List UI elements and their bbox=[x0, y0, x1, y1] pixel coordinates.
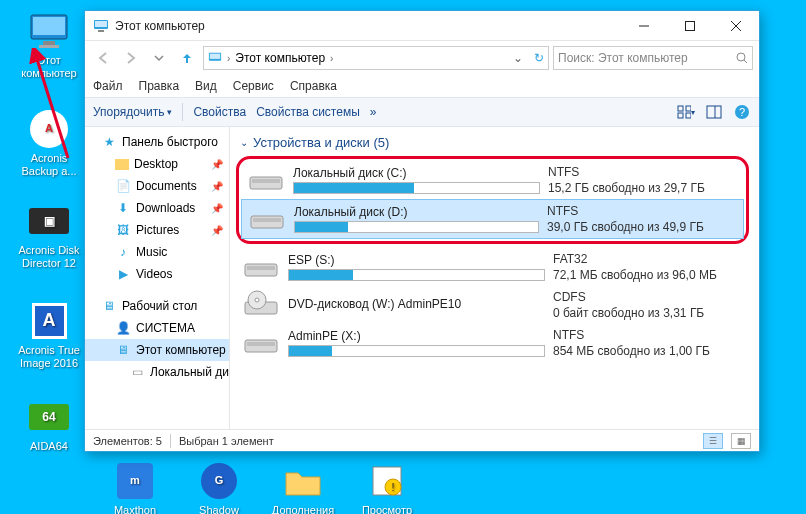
taskbar-icon-shadow-defender[interactable]: G Shadow Defender bbox=[182, 460, 256, 514]
svg-rect-1 bbox=[33, 17, 65, 35]
minimize-button[interactable] bbox=[621, 11, 667, 41]
drive-s[interactable]: ESP (S:) FAT32 72,1 МБ свободно из 96,0 … bbox=[236, 248, 749, 286]
computer-icon bbox=[93, 18, 109, 34]
view-icons-button[interactable]: ▾ bbox=[677, 103, 695, 121]
search-input[interactable]: Поиск: Этот компьютер bbox=[553, 46, 753, 70]
desktop-icon-acronis-disk[interactable]: ▣ Acronis Disk Director 12 bbox=[12, 200, 86, 270]
help-button[interactable]: ? bbox=[733, 103, 751, 121]
svg-rect-28 bbox=[252, 179, 280, 183]
status-bar: Элементов: 5 Выбран 1 элемент ☰ ▦ bbox=[85, 429, 759, 451]
drive-w[interactable]: DVD-дисковод (W:) AdminPE10 CDFS 0 байт … bbox=[236, 286, 749, 324]
filesystem-label: NTFS bbox=[553, 328, 743, 342]
sidebar-videos[interactable]: ▶Videos bbox=[85, 263, 229, 285]
music-icon: ♪ bbox=[115, 244, 131, 260]
window-title: Этот компьютер bbox=[115, 19, 205, 33]
drive-label: Локальный диск (C:) bbox=[293, 166, 540, 180]
free-space-label: 39,0 ГБ свободно из 49,9 ГБ bbox=[547, 220, 737, 234]
organize-button[interactable]: Упорядочить ▾ bbox=[93, 105, 172, 119]
explorer-window: Этот компьютер › Этот компьютер › ⌄ ↻ По… bbox=[84, 10, 760, 452]
navigation-pane[interactable]: ★Панель быстрого Desktop📌 📄Documents📌 ⬇D… bbox=[85, 127, 230, 429]
desktop-icon-acronis-true[interactable]: A Acronis True Image 2016 bbox=[12, 300, 86, 370]
group-header[interactable]: ⌄ Устройства и диски (5) bbox=[240, 135, 749, 150]
drive-label: ESP (S:) bbox=[288, 253, 545, 267]
dvd-icon bbox=[242, 290, 280, 320]
sidebar-desktop[interactable]: Desktop📌 bbox=[85, 153, 229, 175]
sidebar-user[interactable]: 👤СИСТЕМА bbox=[85, 317, 229, 339]
svg-rect-12 bbox=[686, 21, 695, 30]
filesystem-label: NTFS bbox=[547, 204, 737, 218]
icon-label: Acronis Disk Director 12 bbox=[12, 244, 86, 270]
menu-file[interactable]: Файл bbox=[93, 79, 123, 93]
nav-back-button[interactable] bbox=[91, 46, 115, 70]
acronis-icon: A bbox=[28, 108, 70, 150]
properties-button[interactable]: Свойства bbox=[193, 105, 246, 119]
desktop-icon-aida64[interactable]: 64 AIDA64 bbox=[12, 396, 86, 453]
sidebar-quick-access[interactable]: ★Панель быстрого bbox=[85, 131, 229, 153]
dropdown-icon[interactable]: ⌄ bbox=[513, 51, 523, 65]
hdd-icon bbox=[248, 204, 286, 234]
breadcrumb-item[interactable]: Этот компьютер bbox=[235, 51, 325, 65]
content-area[interactable]: ⌄ Устройства и диски (5) Локальный диск … bbox=[230, 127, 759, 429]
system-properties-button[interactable]: Свойства системы bbox=[256, 105, 360, 119]
menu-view[interactable]: Вид bbox=[195, 79, 217, 93]
svg-point-35 bbox=[255, 298, 259, 302]
menu-bar: Файл Правка Вид Сервис Справка bbox=[85, 75, 759, 97]
usage-bar bbox=[288, 345, 545, 357]
view-details-button[interactable]: ☰ bbox=[703, 433, 723, 449]
desktop-icon-acronis-backup[interactable]: A Acronis Backup a... bbox=[12, 108, 86, 178]
sidebar-local-disk[interactable]: ▭Локальный ди bbox=[85, 361, 229, 383]
chevron-right-icon: › bbox=[227, 53, 230, 64]
taskbar-icon-maxthon[interactable]: m Maxthon bbox=[98, 460, 172, 514]
icon-label: Просмотр журнала... bbox=[350, 504, 424, 514]
drive-label: DVD-дисковод (W:) AdminPE10 bbox=[288, 297, 545, 311]
sidebar-desktop-root[interactable]: 🖥Рабочий стол bbox=[85, 295, 229, 317]
breadcrumb-bar[interactable]: › Этот компьютер › ⌄ ↻ bbox=[203, 46, 549, 70]
drive-c[interactable]: Локальный диск (C:) NTFS 15,2 ГБ свободн… bbox=[241, 161, 744, 199]
view-tiles-button[interactable]: ▦ bbox=[731, 433, 751, 449]
menu-edit[interactable]: Правка bbox=[139, 79, 180, 93]
menu-help[interactable]: Справка bbox=[290, 79, 337, 93]
maxthon-icon: m bbox=[114, 460, 156, 502]
svg-rect-3 bbox=[39, 45, 59, 48]
hdd-icon bbox=[242, 328, 280, 358]
preview-pane-button[interactable] bbox=[705, 103, 723, 121]
folder-icon bbox=[282, 460, 324, 502]
svg-rect-32 bbox=[247, 266, 275, 270]
sidebar-music[interactable]: ♪Music bbox=[85, 241, 229, 263]
titlebar[interactable]: Этот компьютер bbox=[85, 11, 759, 41]
sidebar-documents[interactable]: 📄Documents📌 bbox=[85, 175, 229, 197]
sidebar-downloads[interactable]: ⬇Downloads📌 bbox=[85, 197, 229, 219]
star-icon: ★ bbox=[101, 134, 117, 150]
annotation-highlight: Локальный диск (C:) NTFS 15,2 ГБ свободн… bbox=[236, 156, 749, 244]
sidebar-this-pc[interactable]: 🖥Этот компьютер bbox=[85, 339, 229, 361]
status-element-count: Элементов: 5 bbox=[93, 435, 162, 447]
user-icon: 👤 bbox=[115, 320, 131, 336]
hdd-icon bbox=[242, 252, 280, 282]
hdd-icon bbox=[247, 165, 285, 195]
svg-text:!: ! bbox=[391, 481, 394, 493]
pin-icon: 📌 bbox=[211, 181, 223, 192]
drive-x[interactable]: AdminPE (X:) NTFS 854 МБ свободно из 1,0… bbox=[236, 324, 749, 362]
chevron-right-icon: › bbox=[330, 53, 333, 64]
desktop-icon-this-pc[interactable]: Этот компьютер bbox=[12, 10, 86, 80]
sidebar-pictures[interactable]: 🖼Pictures📌 bbox=[85, 219, 229, 241]
close-button[interactable] bbox=[713, 11, 759, 41]
icon-label: Acronis Backup a... bbox=[12, 152, 86, 178]
nav-history-button[interactable] bbox=[147, 46, 171, 70]
drive-d[interactable]: Локальный диск (D:) NTFS 39,0 ГБ свободн… bbox=[241, 199, 744, 239]
pin-icon: 📌 bbox=[211, 225, 223, 236]
refresh-icon[interactable]: ↻ bbox=[534, 51, 544, 65]
taskbar-icon-event-viewer[interactable]: ! Просмотр журнала... bbox=[350, 460, 424, 514]
usage-bar bbox=[293, 182, 540, 194]
taskbar-icon-additions[interactable]: Дополнения bbox=[266, 460, 340, 514]
icon-label: Maxthon bbox=[114, 504, 156, 514]
icon-label: AIDA64 bbox=[30, 440, 68, 453]
svg-text:?: ? bbox=[739, 106, 745, 118]
pin-icon: 📌 bbox=[211, 203, 223, 214]
svg-rect-16 bbox=[210, 54, 221, 59]
maximize-button[interactable] bbox=[667, 11, 713, 41]
nav-forward-button[interactable] bbox=[119, 46, 143, 70]
status-selection: Выбран 1 элемент bbox=[179, 435, 274, 447]
nav-up-button[interactable] bbox=[175, 46, 199, 70]
menu-service[interactable]: Сервис bbox=[233, 79, 274, 93]
